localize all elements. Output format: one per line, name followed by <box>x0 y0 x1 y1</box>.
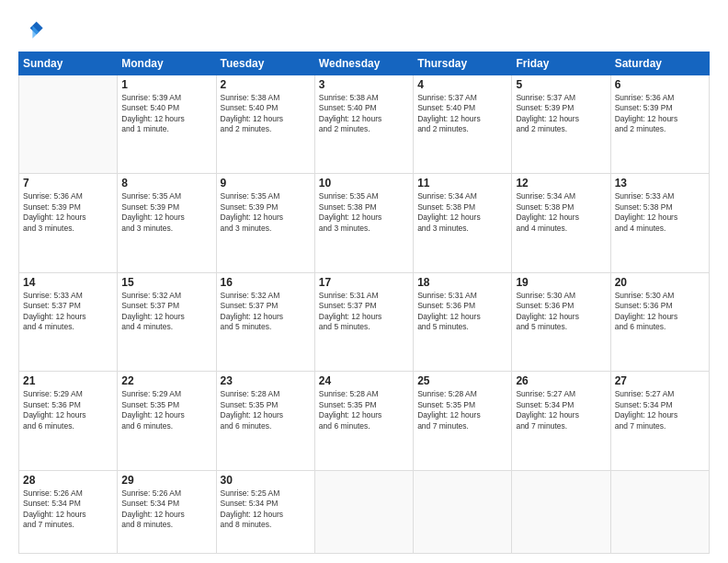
calendar-cell <box>512 470 610 553</box>
cell-info: Sunrise: 5:36 AM Sunset: 5:39 PM Dayligh… <box>23 191 113 234</box>
calendar-week-row: 21Sunrise: 5:29 AM Sunset: 5:36 PM Dayli… <box>19 372 710 470</box>
day-number: 10 <box>319 177 409 190</box>
day-number: 21 <box>23 374 113 387</box>
day-number: 5 <box>516 78 606 91</box>
day-number: 12 <box>516 177 606 190</box>
cell-info: Sunrise: 5:35 AM Sunset: 5:39 PM Dayligh… <box>121 191 211 234</box>
calendar-cell: 22Sunrise: 5:29 AM Sunset: 5:35 PM Dayli… <box>118 372 216 470</box>
cell-info: Sunrise: 5:26 AM Sunset: 5:34 PM Dayligh… <box>121 488 211 531</box>
logo-icon <box>18 17 44 42</box>
calendar-cell: 15Sunrise: 5:32 AM Sunset: 5:37 PM Dayli… <box>118 272 216 371</box>
calendar-cell: 23Sunrise: 5:28 AM Sunset: 5:35 PM Dayli… <box>216 372 314 470</box>
day-number: 11 <box>417 177 507 190</box>
calendar-day-header: Monday <box>118 52 216 75</box>
calendar-day-header: Tuesday <box>216 52 314 75</box>
day-number: 2 <box>221 78 311 91</box>
cell-info: Sunrise: 5:36 AM Sunset: 5:39 PM Dayligh… <box>615 93 705 135</box>
calendar-cell: 27Sunrise: 5:27 AM Sunset: 5:34 PM Dayli… <box>610 372 709 470</box>
day-number: 20 <box>615 276 705 289</box>
calendar-cell: 16Sunrise: 5:32 AM Sunset: 5:37 PM Dayli… <box>216 272 314 371</box>
calendar-week-row: 1Sunrise: 5:39 AM Sunset: 5:40 PM Daylig… <box>19 75 710 174</box>
day-number: 27 <box>615 374 705 387</box>
day-number: 7 <box>23 177 113 190</box>
logo <box>18 17 48 42</box>
cell-info: Sunrise: 5:25 AM Sunset: 5:34 PM Dayligh… <box>221 488 311 531</box>
day-number: 23 <box>221 374 311 387</box>
cell-info: Sunrise: 5:26 AM Sunset: 5:34 PM Dayligh… <box>23 488 113 531</box>
cell-info: Sunrise: 5:37 AM Sunset: 5:39 PM Dayligh… <box>516 93 606 135</box>
calendar-cell: 20Sunrise: 5:30 AM Sunset: 5:36 PM Dayli… <box>610 272 709 371</box>
calendar-cell: 5Sunrise: 5:37 AM Sunset: 5:39 PM Daylig… <box>512 75 610 174</box>
cell-info: Sunrise: 5:37 AM Sunset: 5:40 PM Dayligh… <box>417 93 507 135</box>
cell-info: Sunrise: 5:33 AM Sunset: 5:37 PM Dayligh… <box>23 291 113 333</box>
calendar-cell: 19Sunrise: 5:30 AM Sunset: 5:36 PM Dayli… <box>512 272 610 371</box>
calendar-cell: 14Sunrise: 5:33 AM Sunset: 5:37 PM Dayli… <box>19 272 118 371</box>
calendar-week-row: 14Sunrise: 5:33 AM Sunset: 5:37 PM Dayli… <box>19 272 710 371</box>
calendar-cell: 30Sunrise: 5:25 AM Sunset: 5:34 PM Dayli… <box>216 470 314 553</box>
cell-info: Sunrise: 5:31 AM Sunset: 5:36 PM Dayligh… <box>417 291 507 333</box>
day-number: 9 <box>221 177 311 190</box>
calendar-day-header: Saturday <box>610 52 709 75</box>
cell-info: Sunrise: 5:28 AM Sunset: 5:35 PM Dayligh… <box>417 389 507 431</box>
day-number: 14 <box>23 276 113 289</box>
cell-info: Sunrise: 5:30 AM Sunset: 5:36 PM Dayligh… <box>615 291 705 333</box>
calendar-day-header: Friday <box>512 52 610 75</box>
calendar-cell: 10Sunrise: 5:35 AM Sunset: 5:38 PM Dayli… <box>314 174 413 272</box>
calendar-cell: 21Sunrise: 5:29 AM Sunset: 5:36 PM Dayli… <box>19 372 118 470</box>
cell-info: Sunrise: 5:29 AM Sunset: 5:36 PM Dayligh… <box>23 389 113 431</box>
cell-info: Sunrise: 5:27 AM Sunset: 5:34 PM Dayligh… <box>615 389 705 431</box>
day-number: 25 <box>417 374 507 387</box>
calendar-week-row: 28Sunrise: 5:26 AM Sunset: 5:34 PM Dayli… <box>19 470 710 553</box>
day-number: 1 <box>121 78 211 91</box>
calendar-cell: 11Sunrise: 5:34 AM Sunset: 5:38 PM Dayli… <box>414 174 512 272</box>
calendar-cell: 6Sunrise: 5:36 AM Sunset: 5:39 PM Daylig… <box>610 75 709 174</box>
cell-info: Sunrise: 5:35 AM Sunset: 5:38 PM Dayligh… <box>319 191 409 234</box>
cell-info: Sunrise: 5:34 AM Sunset: 5:38 PM Dayligh… <box>516 191 606 234</box>
cell-info: Sunrise: 5:32 AM Sunset: 5:37 PM Dayligh… <box>221 291 311 333</box>
cell-info: Sunrise: 5:38 AM Sunset: 5:40 PM Dayligh… <box>221 93 311 135</box>
day-number: 22 <box>121 374 211 387</box>
cell-info: Sunrise: 5:27 AM Sunset: 5:34 PM Dayligh… <box>516 389 606 431</box>
day-number: 24 <box>319 374 409 387</box>
day-number: 13 <box>615 177 705 190</box>
calendar-cell: 29Sunrise: 5:26 AM Sunset: 5:34 PM Dayli… <box>118 470 216 553</box>
calendar-cell: 8Sunrise: 5:35 AM Sunset: 5:39 PM Daylig… <box>118 174 216 272</box>
calendar-cell <box>610 470 709 553</box>
day-number: 30 <box>221 474 311 487</box>
calendar-table: SundayMondayTuesdayWednesdayThursdayFrid… <box>18 52 710 554</box>
calendar-cell <box>19 75 118 174</box>
day-number: 19 <box>516 276 606 289</box>
calendar-day-header: Sunday <box>19 52 118 75</box>
calendar-cell: 1Sunrise: 5:39 AM Sunset: 5:40 PM Daylig… <box>118 75 216 174</box>
calendar-cell <box>314 470 413 553</box>
cell-info: Sunrise: 5:30 AM Sunset: 5:36 PM Dayligh… <box>516 291 606 333</box>
cell-info: Sunrise: 5:29 AM Sunset: 5:35 PM Dayligh… <box>121 389 211 431</box>
cell-info: Sunrise: 5:31 AM Sunset: 5:37 PM Dayligh… <box>319 291 409 333</box>
calendar-cell: 28Sunrise: 5:26 AM Sunset: 5:34 PM Dayli… <box>19 470 118 553</box>
cell-info: Sunrise: 5:35 AM Sunset: 5:39 PM Dayligh… <box>221 191 311 234</box>
day-number: 18 <box>417 276 507 289</box>
cell-info: Sunrise: 5:33 AM Sunset: 5:38 PM Dayligh… <box>615 191 705 234</box>
calendar-cell: 17Sunrise: 5:31 AM Sunset: 5:37 PM Dayli… <box>314 272 413 371</box>
day-number: 29 <box>121 474 211 487</box>
calendar-cell: 13Sunrise: 5:33 AM Sunset: 5:38 PM Dayli… <box>610 174 709 272</box>
calendar-cell: 18Sunrise: 5:31 AM Sunset: 5:36 PM Dayli… <box>414 272 512 371</box>
day-number: 26 <box>516 374 606 387</box>
calendar-cell <box>414 470 512 553</box>
calendar-cell: 9Sunrise: 5:35 AM Sunset: 5:39 PM Daylig… <box>216 174 314 272</box>
cell-info: Sunrise: 5:32 AM Sunset: 5:37 PM Dayligh… <box>121 291 211 333</box>
day-number: 16 <box>221 276 311 289</box>
calendar-cell: 25Sunrise: 5:28 AM Sunset: 5:35 PM Dayli… <box>414 372 512 470</box>
day-number: 28 <box>23 474 113 487</box>
calendar-cell: 26Sunrise: 5:27 AM Sunset: 5:34 PM Dayli… <box>512 372 610 470</box>
cell-info: Sunrise: 5:38 AM Sunset: 5:40 PM Dayligh… <box>319 93 409 135</box>
calendar-cell: 12Sunrise: 5:34 AM Sunset: 5:38 PM Dayli… <box>512 174 610 272</box>
calendar-cell: 24Sunrise: 5:28 AM Sunset: 5:35 PM Dayli… <box>314 372 413 470</box>
cell-info: Sunrise: 5:28 AM Sunset: 5:35 PM Dayligh… <box>221 389 311 431</box>
calendar-week-row: 7Sunrise: 5:36 AM Sunset: 5:39 PM Daylig… <box>19 174 710 272</box>
calendar-header-row: SundayMondayTuesdayWednesdayThursdayFrid… <box>19 52 710 75</box>
page: SundayMondayTuesdayWednesdayThursdayFrid… <box>0 0 728 563</box>
cell-info: Sunrise: 5:34 AM Sunset: 5:38 PM Dayligh… <box>417 191 507 234</box>
day-number: 6 <box>615 78 705 91</box>
day-number: 3 <box>319 78 409 91</box>
